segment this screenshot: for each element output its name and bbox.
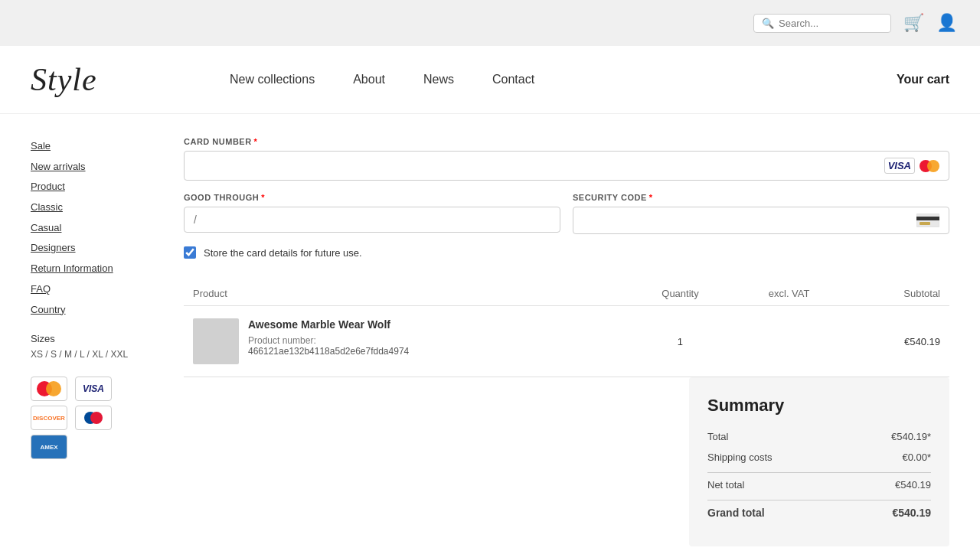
card-number-label: CARD NUMBER * (184, 137, 949, 146)
sidebar: Sale New arrivals Product Classic Casual… (31, 137, 153, 546)
card-number-input[interactable] (194, 160, 884, 172)
sidebar-item-product[interactable]: Product (31, 178, 153, 197)
product-name: Awesome Marble Wear Wolf (248, 318, 409, 331)
security-card-icon (916, 214, 939, 227)
sidebar-item-casual[interactable]: Casual (31, 219, 153, 238)
sidebar-item-classic[interactable]: Classic (31, 198, 153, 217)
card-details-row: GOOD THROUGH * SECURITY CODE * (184, 193, 949, 234)
main-content: Sale New arrivals Product Classic Casual… (0, 114, 980, 551)
card-number-field[interactable]: VISA (184, 151, 949, 181)
main-nav: New collections About News Contact (184, 73, 897, 86)
order-section: Product Quantity excl. VAT Subtotal Awes… (184, 282, 949, 546)
search-bar[interactable]: 🔍 (753, 14, 891, 33)
product-details: Awesome Marble Wear Wolf Product number:… (248, 318, 409, 357)
table-row: Awesome Marble Wear Wolf Product number:… (184, 306, 949, 377)
checkout-content: CARD NUMBER * VISA GOOD THROUGH * (184, 137, 949, 546)
payment-icons: VISA DISCOVER AMEX (31, 377, 115, 459)
svg-rect-4 (920, 222, 930, 225)
search-icon: 🔍 (762, 18, 774, 29)
grand-total-value: €540.19 (892, 507, 931, 519)
summary-row-grand-total: Grand total €540.19 (707, 507, 931, 519)
visa-card-icon: VISA (884, 158, 915, 174)
summary-net-label: Net total (707, 479, 744, 491)
store-card-row: Store the card details for future use. (184, 246, 949, 259)
good-through-label: GOOD THROUGH * (184, 193, 560, 202)
product-excl-vat (733, 306, 845, 377)
order-table: Product Quantity excl. VAT Subtotal Awes… (184, 282, 949, 377)
col-product: Product (184, 282, 628, 306)
summary-row-shipping: Shipping costs €0.00* (707, 452, 931, 463)
sidebar-item-return-information[interactable]: Return Information (31, 259, 153, 279)
col-subtotal: Subtotal (845, 282, 949, 306)
summary-row-net: Net total €540.19 (707, 479, 931, 491)
sidebar-item-designers[interactable]: Designers (31, 239, 153, 258)
amex-icon: AMEX (31, 435, 67, 459)
security-code-field-wrap: SECURITY CODE * (573, 193, 949, 234)
good-through-field-wrap: GOOD THROUGH * (184, 193, 560, 234)
svg-point-1 (90, 412, 103, 424)
security-code-label: SECURITY CODE * (573, 193, 949, 202)
required-star: * (254, 137, 258, 146)
diners-club-icon (75, 406, 112, 430)
mastercard-icon (31, 377, 67, 401)
sidebar-item-country[interactable]: Country (31, 301, 153, 320)
top-bar: 🔍 🛒 👤 (0, 0, 980, 46)
product-quantity: 1 (628, 306, 733, 377)
grand-total-label: Grand total (707, 507, 765, 519)
summary-total-value: €540.19* (891, 431, 931, 442)
sidebar-item-sale[interactable]: Sale (31, 137, 153, 156)
sizes-label: Sizes (31, 333, 153, 344)
search-input[interactable] (779, 18, 883, 29)
product-subtotal: €540.19 (845, 306, 949, 377)
svg-rect-3 (916, 217, 939, 220)
good-through-field[interactable] (184, 207, 560, 233)
sidebar-item-faq[interactable]: FAQ (31, 280, 153, 299)
summary-total-label: Total (707, 431, 728, 442)
mc-card-icon (920, 160, 939, 172)
summary-shipping-value: €0.00* (902, 452, 931, 463)
col-excl-vat: excl. VAT (733, 282, 845, 306)
security-code-input[interactable] (583, 214, 916, 227)
card-type-icons: VISA (884, 158, 939, 174)
product-number-label: Product number: (248, 335, 409, 346)
security-code-field[interactable] (573, 207, 949, 234)
nav-about[interactable]: About (353, 73, 385, 86)
card-form: CARD NUMBER * VISA GOOD THROUGH * (184, 137, 949, 259)
nav-news[interactable]: News (423, 73, 454, 86)
logo[interactable]: Style (31, 61, 184, 98)
sizes-value: XS / S / M / L / XL / XXL (31, 349, 153, 360)
summary-divider-2 (707, 500, 931, 500)
summary-net-value: €540.19 (895, 479, 931, 491)
required-star-3: * (649, 193, 653, 202)
col-quantity: Quantity (628, 282, 733, 306)
required-star-2: * (261, 193, 265, 202)
summary-shipping-label: Shipping costs (707, 452, 773, 463)
good-through-input[interactable] (194, 214, 550, 226)
discover-icon: DISCOVER (31, 406, 67, 430)
your-cart-label[interactable]: Your cart (897, 73, 949, 86)
product-number-value: 466121ae132b4118a5d2e6e7fdda4974 (248, 346, 409, 357)
nav-contact[interactable]: Contact (492, 73, 534, 86)
cart-icon[interactable]: 🛒 (903, 13, 924, 33)
product-cell: Awesome Marble Wear Wolf Product number:… (184, 306, 628, 377)
summary-wrap: Summary Total €540.19* Shipping costs €0… (184, 377, 949, 546)
summary-box: Summary Total €540.19* Shipping costs €0… (689, 377, 949, 546)
user-icon[interactable]: 👤 (936, 13, 957, 33)
store-card-checkbox[interactable] (184, 246, 196, 259)
header: Style New collections About News Contact… (0, 46, 980, 114)
sidebar-item-new-arrivals[interactable]: New arrivals (31, 158, 153, 177)
visa-icon: VISA (75, 377, 112, 401)
summary-divider (707, 472, 931, 473)
nav-new-collections[interactable]: New collections (230, 73, 315, 86)
store-card-label: Store the card details for future use. (204, 247, 362, 259)
summary-row-total: Total €540.19* (707, 431, 931, 442)
summary-title: Summary (707, 396, 931, 416)
product-thumbnail (193, 318, 239, 364)
